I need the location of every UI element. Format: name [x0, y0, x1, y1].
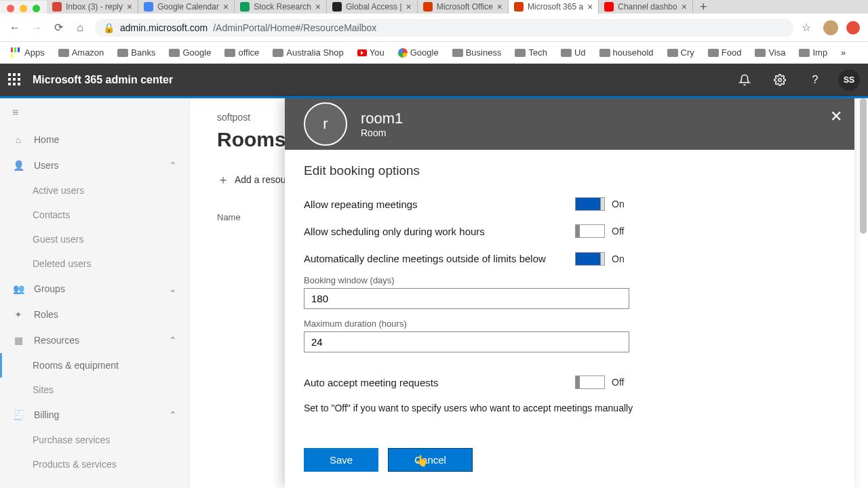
roles-icon: ✦: [12, 308, 24, 321]
cancel-button[interactable]: Cancel: [388, 448, 473, 472]
sidebar-toggle[interactable]: ≡: [0, 104, 189, 127]
bm-business[interactable]: Business: [447, 45, 507, 60]
panel-footer: Save Cancel: [285, 437, 854, 488]
tab-label: Stock Research: [254, 2, 311, 12]
sidebar-item-roles[interactable]: ✦Roles: [0, 302, 189, 327]
bm-ud[interactable]: Ud: [555, 45, 591, 60]
close-icon[interactable]: ×: [223, 1, 229, 12]
folder-icon: [273, 49, 283, 57]
forward-button[interactable]: →: [30, 21, 43, 35]
maximize-window-icon[interactable]: [33, 5, 40, 12]
close-icon[interactable]: ×: [587, 1, 593, 12]
sidebar-item-deleted-users[interactable]: Deleted users: [0, 251, 189, 276]
home-button[interactable]: ⌂: [73, 21, 87, 35]
sidebar-item-guest-users[interactable]: Guest users: [0, 227, 189, 251]
extension-icon[interactable]: [846, 21, 860, 35]
save-button[interactable]: Save: [304, 448, 378, 472]
help-icon[interactable]: ?: [803, 68, 827, 92]
close-icon[interactable]: ×: [497, 1, 502, 12]
bm-food[interactable]: Food: [703, 45, 747, 60]
bm-label: You: [370, 47, 384, 58]
booking-window-input[interactable]: [304, 288, 629, 309]
gsheets-icon: [240, 2, 250, 12]
window-controls[interactable]: [0, 1, 47, 14]
panel-heading: Edit booking options: [304, 163, 835, 178]
bm-household[interactable]: household: [594, 45, 659, 60]
sidebar-item-products[interactable]: Products & services: [0, 452, 189, 476]
bm-office[interactable]: office: [219, 45, 264, 60]
sidebar-item-sites[interactable]: Sites: [0, 378, 189, 402]
bm-yt[interactable]: You: [352, 45, 390, 60]
youtube-icon: [604, 2, 614, 12]
toggle-work-hours[interactable]: [575, 224, 605, 238]
reload-button[interactable]: ⟳: [52, 21, 65, 35]
minimize-window-icon[interactable]: [20, 5, 27, 12]
bookmarks-bar: Apps Amazon Banks Google office Australi…: [0, 42, 868, 64]
bm-label: Food: [722, 47, 742, 58]
app-launcher-icon[interactable]: [8, 73, 22, 87]
sidebar-label: Home: [34, 134, 177, 145]
sidebar-item-active-users[interactable]: Active users: [0, 178, 189, 203]
notifications-icon[interactable]: [732, 68, 757, 92]
sidebar-item-contacts[interactable]: Contacts: [0, 203, 189, 227]
resource-avatar: r: [304, 102, 347, 146]
sidebar-item-rooms-equipment[interactable]: Rooms & equipment: [0, 353, 189, 378]
scrollbar[interactable]: [860, 98, 867, 234]
user-avatar[interactable]: SS: [838, 69, 860, 91]
folder-icon: [799, 49, 810, 57]
tab-yt[interactable]: Channel dashbo×: [599, 0, 693, 14]
bm-aus[interactable]: Australia Shop: [267, 45, 349, 60]
back-button[interactable]: ←: [8, 21, 22, 35]
option-label: Allow repeating meetings: [304, 199, 561, 210]
bm-overflow[interactable]: »: [835, 45, 851, 60]
opt-work-hours: Allow scheduling only during work hours …: [304, 218, 835, 245]
close-icon[interactable]: ×: [406, 1, 412, 12]
tab-sheets[interactable]: Stock Research×: [235, 0, 327, 14]
sidebar-item-purchase[interactable]: Purchase services: [0, 428, 189, 452]
bm-visa[interactable]: Visa: [749, 45, 791, 60]
sidebar-item-resources[interactable]: ▦Resources⌃: [0, 327, 189, 353]
bm-banks[interactable]: Banks: [112, 45, 161, 60]
tab-msoffice[interactable]: Microsoft Office×: [418, 0, 509, 14]
close-icon[interactable]: ×: [127, 1, 132, 12]
m365-icon: [514, 2, 524, 12]
sidebar-label: Guest users: [33, 234, 83, 245]
bm-label: Google: [410, 47, 439, 58]
opt-auto-decline: Automatically decline meetings outside o…: [304, 245, 835, 272]
settings-icon[interactable]: [768, 68, 792, 92]
tab-gmail[interactable]: Inbox (3) - reply×: [47, 0, 138, 14]
tab-gcal[interactable]: Google Calendar×: [138, 0, 235, 14]
profile-avatar[interactable]: [823, 20, 838, 35]
sidebar-label: Deleted users: [33, 258, 91, 269]
toggle-auto-accept[interactable]: [575, 375, 605, 389]
bm-google2[interactable]: Google: [393, 45, 444, 60]
sidebar-item-groups[interactable]: 👥Groups⌄: [0, 276, 189, 302]
bm-imp[interactable]: Imp: [793, 45, 833, 60]
sidebar-label: Contacts: [33, 209, 70, 220]
folder-icon: [755, 49, 766, 57]
url-field[interactable]: 🔒 admin.microsoft.com/AdminPortal/Home#/…: [95, 19, 793, 37]
max-duration-input[interactable]: [304, 331, 629, 352]
close-icon[interactable]: ×: [682, 1, 687, 12]
bookmark-star-icon[interactable]: ☆: [802, 21, 811, 34]
toggle-auto-decline[interactable]: [575, 252, 605, 266]
toggle-allow-repeating[interactable]: [575, 197, 605, 211]
generic-icon: [332, 2, 342, 12]
bm-tech[interactable]: Tech: [509, 45, 552, 60]
folder-icon: [58, 49, 69, 57]
bm-amazon[interactable]: Amazon: [53, 45, 110, 60]
close-panel-button[interactable]: ✕: [830, 108, 842, 125]
sidebar-item-users[interactable]: 👤Users⌃: [0, 152, 189, 178]
bm-cry[interactable]: Cry: [662, 45, 700, 60]
youtube-icon: [357, 49, 367, 56]
close-icon[interactable]: ×: [315, 1, 321, 12]
sidebar-label: Sites: [33, 384, 54, 395]
sidebar-item-home[interactable]: ⌂Home: [0, 127, 189, 152]
tab-global[interactable]: Global Access |×: [327, 0, 418, 14]
close-window-icon[interactable]: [7, 5, 14, 12]
sidebar-item-billing[interactable]: 🧾Billing⌃: [0, 402, 189, 428]
apps-shortcut[interactable]: Apps: [5, 45, 50, 60]
bm-google[interactable]: Google: [163, 45, 216, 60]
new-tab-button[interactable]: +: [693, 0, 714, 14]
tab-m365-admin[interactable]: Microsoft 365 a×: [509, 0, 599, 14]
